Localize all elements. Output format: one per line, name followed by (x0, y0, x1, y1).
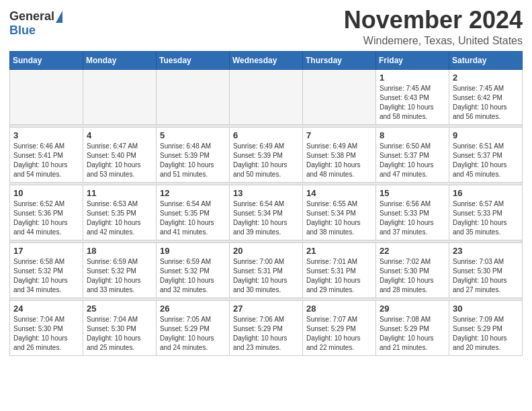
day-info: Sunrise: 6:54 AM Sunset: 5:34 PM Dayligh… (233, 199, 299, 237)
day-number: 28 (306, 304, 372, 314)
location-title: Windemere, Texas, United States (344, 35, 523, 47)
day-number: 3 (13, 130, 79, 140)
day-info: Sunrise: 7:03 AM Sunset: 5:30 PM Dayligh… (453, 257, 519, 295)
calendar-day-cell: 10Sunrise: 6:52 AM Sunset: 5:36 PM Dayli… (10, 185, 83, 240)
day-number: 19 (160, 246, 226, 256)
calendar-table: SundayMondayTuesdayWednesdayThursdayFrid… (9, 51, 523, 356)
calendar-day-cell: 8Sunrise: 6:50 AM Sunset: 5:37 PM Daylig… (376, 127, 449, 182)
calendar-day-cell (83, 69, 157, 124)
day-info: Sunrise: 6:56 AM Sunset: 5:33 PM Dayligh… (380, 199, 445, 237)
calendar-day-cell: 11Sunrise: 6:53 AM Sunset: 5:35 PM Dayli… (83, 185, 157, 240)
logo-general-text: General (9, 9, 54, 24)
day-number: 21 (306, 246, 372, 256)
calendar-day-cell: 25Sunrise: 7:04 AM Sunset: 5:30 PM Dayli… (83, 300, 157, 355)
day-number: 16 (453, 188, 519, 198)
day-info: Sunrise: 6:46 AM Sunset: 5:41 PM Dayligh… (13, 142, 79, 179)
day-info: Sunrise: 7:00 AM Sunset: 5:31 PM Dayligh… (233, 257, 299, 295)
day-number: 12 (160, 188, 226, 198)
calendar-week-row: 17Sunrise: 6:58 AM Sunset: 5:32 PM Dayli… (10, 242, 523, 298)
day-info: Sunrise: 7:06 AM Sunset: 5:29 PM Dayligh… (233, 315, 299, 353)
day-number: 15 (380, 188, 445, 198)
day-number: 25 (87, 304, 152, 314)
day-info: Sunrise: 6:58 AM Sunset: 5:32 PM Dayligh… (13, 257, 79, 295)
day-info: Sunrise: 7:45 AM Sunset: 6:43 PM Dayligh… (380, 84, 445, 122)
calendar-day-cell: 19Sunrise: 6:59 AM Sunset: 5:32 PM Dayli… (157, 242, 230, 298)
day-number: 4 (87, 130, 152, 140)
month-title: November 2024 (344, 7, 523, 34)
calendar-header-friday: Friday (376, 51, 449, 69)
calendar-day-cell: 3Sunrise: 6:46 AM Sunset: 5:41 PM Daylig… (10, 127, 83, 182)
day-info: Sunrise: 6:48 AM Sunset: 5:39 PM Dayligh… (160, 142, 226, 179)
logo-blue-text: Blue (9, 24, 36, 38)
calendar-day-cell (157, 69, 230, 124)
day-number: 24 (13, 304, 79, 314)
day-number: 1 (380, 73, 445, 83)
day-info: Sunrise: 7:45 AM Sunset: 6:42 PM Dayligh… (453, 84, 519, 122)
day-info: Sunrise: 6:52 AM Sunset: 5:36 PM Dayligh… (13, 199, 79, 237)
day-number: 27 (233, 304, 299, 314)
day-info: Sunrise: 6:49 AM Sunset: 5:39 PM Dayligh… (233, 142, 299, 179)
calendar-day-cell: 4Sunrise: 6:47 AM Sunset: 5:40 PM Daylig… (83, 127, 157, 182)
calendar-day-cell: 26Sunrise: 7:05 AM Sunset: 5:29 PM Dayli… (157, 300, 230, 355)
day-number: 18 (87, 246, 152, 256)
calendar-header-wednesday: Wednesday (230, 51, 303, 69)
calendar-day-cell (303, 69, 376, 124)
day-info: Sunrise: 6:55 AM Sunset: 5:34 PM Dayligh… (306, 199, 372, 237)
day-number: 8 (380, 130, 445, 140)
calendar-day-cell: 20Sunrise: 7:00 AM Sunset: 5:31 PM Dayli… (230, 242, 303, 298)
calendar-day-cell: 18Sunrise: 6:59 AM Sunset: 5:32 PM Dayli… (83, 242, 157, 298)
calendar-day-cell: 22Sunrise: 7:02 AM Sunset: 5:30 PM Dayli… (376, 242, 449, 298)
day-number: 11 (87, 188, 152, 198)
day-number: 9 (453, 130, 519, 140)
calendar-day-cell: 28Sunrise: 7:07 AM Sunset: 5:29 PM Dayli… (303, 300, 376, 355)
day-info: Sunrise: 6:51 AM Sunset: 5:37 PM Dayligh… (453, 142, 519, 179)
calendar-header-monday: Monday (83, 51, 157, 69)
day-number: 5 (160, 130, 226, 140)
calendar-week-row: 1Sunrise: 7:45 AM Sunset: 6:43 PM Daylig… (10, 69, 523, 124)
calendar-day-cell: 1Sunrise: 7:45 AM Sunset: 6:43 PM Daylig… (376, 69, 449, 124)
day-number: 14 (306, 188, 372, 198)
page-container: General Blue November 2024 Windemere, Te… (0, 0, 532, 365)
calendar-day-cell: 21Sunrise: 7:01 AM Sunset: 5:31 PM Dayli… (303, 242, 376, 298)
day-number: 7 (306, 130, 372, 140)
calendar-day-cell: 24Sunrise: 7:04 AM Sunset: 5:30 PM Dayli… (10, 300, 83, 355)
calendar-week-row: 24Sunrise: 7:04 AM Sunset: 5:30 PM Dayli… (10, 300, 523, 355)
calendar-header-saturday: Saturday (449, 51, 523, 69)
calendar-day-cell: 27Sunrise: 7:06 AM Sunset: 5:29 PM Dayli… (230, 300, 303, 355)
calendar-day-cell: 15Sunrise: 6:56 AM Sunset: 5:33 PM Dayli… (376, 185, 449, 240)
calendar-day-cell (10, 69, 83, 124)
calendar-day-cell: 13Sunrise: 6:54 AM Sunset: 5:34 PM Dayli… (230, 185, 303, 240)
calendar-day-cell: 5Sunrise: 6:48 AM Sunset: 5:39 PM Daylig… (157, 127, 230, 182)
logo-area: General Blue (9, 7, 62, 38)
day-info: Sunrise: 7:04 AM Sunset: 5:30 PM Dayligh… (13, 315, 79, 353)
calendar-week-row: 3Sunrise: 6:46 AM Sunset: 5:41 PM Daylig… (10, 127, 523, 182)
day-number: 17 (13, 246, 79, 256)
day-number: 20 (233, 246, 299, 256)
day-info: Sunrise: 7:05 AM Sunset: 5:29 PM Dayligh… (160, 315, 226, 353)
calendar-week-row: 10Sunrise: 6:52 AM Sunset: 5:36 PM Dayli… (10, 185, 523, 240)
day-info: Sunrise: 7:02 AM Sunset: 5:30 PM Dayligh… (380, 257, 445, 295)
calendar-day-cell: 6Sunrise: 6:49 AM Sunset: 5:39 PM Daylig… (230, 127, 303, 182)
calendar-day-cell: 9Sunrise: 6:51 AM Sunset: 5:37 PM Daylig… (449, 127, 523, 182)
day-info: Sunrise: 6:49 AM Sunset: 5:38 PM Dayligh… (306, 142, 372, 179)
header: General Blue November 2024 Windemere, Te… (9, 7, 523, 47)
day-info: Sunrise: 7:09 AM Sunset: 5:29 PM Dayligh… (453, 315, 519, 353)
calendar-day-cell (230, 69, 303, 124)
day-number: 29 (380, 304, 445, 314)
day-info: Sunrise: 6:59 AM Sunset: 5:32 PM Dayligh… (87, 257, 152, 295)
day-info: Sunrise: 6:50 AM Sunset: 5:37 PM Dayligh… (380, 142, 445, 179)
calendar-day-cell: 23Sunrise: 7:03 AM Sunset: 5:30 PM Dayli… (449, 242, 523, 298)
day-number: 10 (13, 188, 79, 198)
calendar-day-cell: 12Sunrise: 6:54 AM Sunset: 5:35 PM Dayli… (157, 185, 230, 240)
title-area: November 2024 Windemere, Texas, United S… (344, 7, 523, 47)
calendar-day-cell: 2Sunrise: 7:45 AM Sunset: 6:42 PM Daylig… (449, 69, 523, 124)
calendar-header-sunday: Sunday (10, 51, 83, 69)
day-info: Sunrise: 7:04 AM Sunset: 5:30 PM Dayligh… (87, 315, 152, 353)
day-info: Sunrise: 7:01 AM Sunset: 5:31 PM Dayligh… (306, 257, 372, 295)
calendar-day-cell: 14Sunrise: 6:55 AM Sunset: 5:34 PM Dayli… (303, 185, 376, 240)
calendar-header-tuesday: Tuesday (157, 51, 230, 69)
logo: General (9, 9, 62, 24)
day-info: Sunrise: 7:08 AM Sunset: 5:29 PM Dayligh… (380, 315, 445, 353)
calendar-header-thursday: Thursday (303, 51, 376, 69)
day-info: Sunrise: 7:07 AM Sunset: 5:29 PM Dayligh… (306, 315, 372, 353)
